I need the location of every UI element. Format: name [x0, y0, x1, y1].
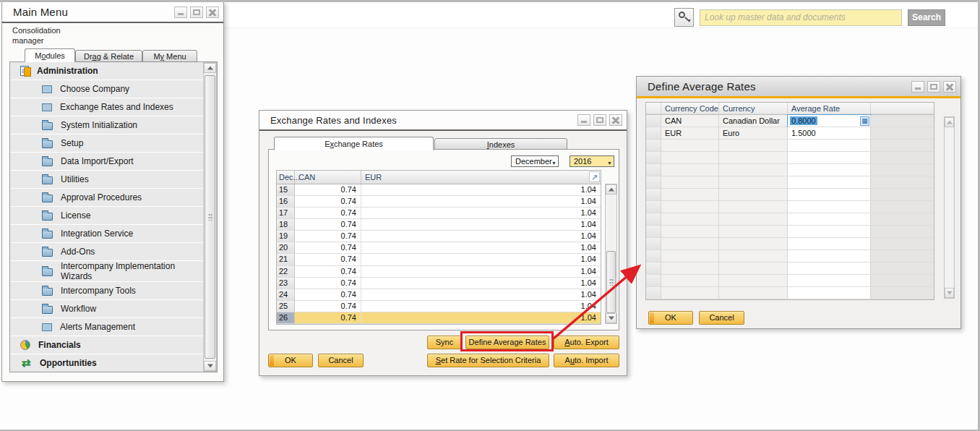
can-rate-cell[interactable]: 0.74 [295, 301, 361, 312]
eur-rate-cell[interactable]: 1.04 [361, 196, 601, 208]
currency-cell[interactable] [719, 213, 788, 226]
menu-item-opportunities[interactable]: ⇄ Opportunities [10, 354, 203, 372]
eur-rate-cell[interactable]: 1.04 [361, 219, 601, 231]
currency-code-cell[interactable] [661, 164, 719, 176]
average-rates-empty-row[interactable] [646, 287, 934, 299]
average-rate-cell[interactable] [788, 152, 871, 164]
tab-modules[interactable]: Modules [25, 48, 75, 62]
main-menu-titlebar[interactable]: Main Menu [2, 2, 223, 22]
search-button[interactable]: Search [908, 9, 945, 26]
can-rate-cell[interactable]: 0.74 [295, 231, 361, 242]
can-rate-cell[interactable]: 0.74 [295, 184, 361, 196]
currency-cell[interactable]: Canadian Dollar [719, 115, 788, 127]
average-rates-empty-row[interactable] [646, 201, 934, 213]
close-icon[interactable] [609, 114, 622, 126]
currency-code-cell[interactable] [661, 140, 719, 152]
day-cell[interactable]: 23 [277, 278, 295, 289]
menu-item-exchange-rates-and-indexes[interactable]: Exchange Rates and Indexes [10, 98, 203, 116]
maximize-icon[interactable] [190, 7, 203, 18]
eur-rate-cell[interactable]: 1.04 [361, 184, 601, 196]
minimize-icon[interactable] [174, 7, 187, 18]
minimize-icon[interactable] [577, 114, 590, 126]
currency-cell[interactable] [719, 275, 788, 287]
menu-item-utilities[interactable]: Utilities [10, 171, 203, 189]
average-rates-empty-row[interactable] [646, 164, 934, 176]
currency-cell[interactable]: Euro [719, 127, 788, 140]
exchange-table-row[interactable]: 17 0.74 1.04 [277, 208, 601, 219]
eur-rate-cell[interactable]: 1.04 [361, 208, 601, 219]
ok-button[interactable]: OK [648, 311, 693, 325]
row-selector-cell[interactable] [646, 115, 661, 127]
average-rates-empty-row[interactable] [646, 250, 934, 263]
sync-button[interactable]: Sync [427, 336, 462, 349]
tab-my-menu[interactable]: My Menu [142, 50, 197, 62]
currency-cell[interactable] [719, 152, 788, 164]
row-selector-cell[interactable] [646, 213, 661, 226]
column-header-can[interactable]: CAN [295, 171, 361, 184]
can-rate-cell[interactable]: 0.74 [295, 278, 361, 289]
menu-item-financials[interactable]: Financials [10, 336, 203, 354]
exchange-table-row[interactable]: 15 0.74 1.04 [277, 184, 601, 196]
row-selector-cell[interactable] [646, 127, 661, 140]
set-rate-for-selection-criteria-button[interactable]: Set Rate for Selection Criteria [427, 354, 549, 367]
can-rate-cell[interactable]: 0.74 [295, 208, 361, 219]
can-rate-cell[interactable]: 0.74 [295, 266, 361, 278]
row-selector-cell[interactable] [646, 226, 661, 238]
search-input[interactable] [700, 9, 902, 26]
column-header-eur[interactable]: EUR ↗ [361, 171, 601, 184]
average-rate-cell[interactable] [788, 287, 871, 299]
day-cell[interactable]: 15 [277, 184, 295, 196]
maximize-icon[interactable] [593, 114, 606, 126]
define-titlebar[interactable]: Define Average Rates [637, 77, 960, 96]
exchange-table-row[interactable]: 19 0.74 1.04 [277, 231, 601, 242]
day-cell[interactable]: 20 [277, 242, 295, 254]
currency-cell[interactable] [719, 176, 788, 189]
column-header-currency-code[interactable]: Currency Code [661, 103, 719, 114]
currency-code-cell[interactable] [661, 275, 719, 287]
close-icon[interactable] [943, 81, 956, 93]
cancel-button[interactable]: Cancel [318, 354, 364, 367]
cancel-button[interactable]: Cancel [699, 311, 744, 325]
exchange-table-row[interactable]: 18 0.74 1.04 [277, 219, 601, 231]
exchange-table-row[interactable]: 16 0.74 1.04 [277, 196, 601, 208]
menu-item-administration[interactable]: Administration [10, 62, 203, 80]
menu-item-intercompany-tools[interactable]: Intercompany Tools [10, 282, 203, 300]
currency-cell[interactable] [719, 189, 788, 201]
can-rate-cell[interactable]: 0.74 [295, 254, 361, 265]
average-rate-cell[interactable] [788, 164, 871, 176]
average-rates-row[interactable]: EUR Euro 1.5000 [646, 127, 934, 140]
row-selector-cell[interactable] [646, 152, 661, 164]
tab-drag-and-relate[interactable]: Drag & Relate [75, 50, 142, 62]
currency-cell[interactable] [719, 238, 788, 250]
can-rate-cell[interactable]: 0.74 [295, 312, 361, 324]
scroll-up-icon[interactable] [945, 117, 954, 127]
exchange-titlebar[interactable]: Exchange Rates and Indexes [259, 111, 627, 129]
average-rates-empty-row[interactable] [646, 238, 934, 250]
currency-code-cell[interactable]: EUR [661, 127, 719, 140]
scrollbar-thumb[interactable] [205, 75, 215, 359]
menu-item-system-initialization[interactable]: System Initialization [10, 116, 203, 135]
currency-cell[interactable] [719, 226, 788, 238]
menu-item-intercompany-implementation-wizards[interactable]: Intercompany Implementation Wizards [10, 261, 203, 282]
day-cell[interactable]: 26 [277, 312, 295, 324]
can-rate-cell[interactable]: 0.74 [295, 219, 361, 231]
scroll-down-icon[interactable] [945, 288, 954, 298]
currency-cell[interactable] [719, 287, 788, 299]
row-selector-cell[interactable] [646, 189, 661, 201]
currency-cell[interactable] [719, 164, 788, 176]
average-rates-empty-row[interactable] [646, 176, 934, 189]
average-rate-cell[interactable] [788, 275, 871, 287]
close-icon[interactable] [206, 7, 219, 18]
currency-code-cell[interactable] [661, 238, 719, 250]
can-rate-cell[interactable]: 0.74 [295, 289, 361, 301]
currency-code-cell[interactable] [661, 201, 719, 213]
main-menu-scrollbar[interactable] [203, 62, 217, 372]
row-selector-cell[interactable] [646, 164, 661, 176]
currency-code-cell[interactable] [661, 213, 719, 226]
average-rate-cell[interactable] [788, 250, 871, 263]
can-rate-cell[interactable]: 0.74 [295, 196, 361, 208]
year-dropdown[interactable]: 2016 ▼ [569, 155, 614, 167]
menu-item-integration-service[interactable]: Integration Service [10, 225, 203, 243]
eur-rate-cell[interactable]: 1.04 [361, 231, 601, 242]
average-rate-cell[interactable] [788, 189, 871, 201]
